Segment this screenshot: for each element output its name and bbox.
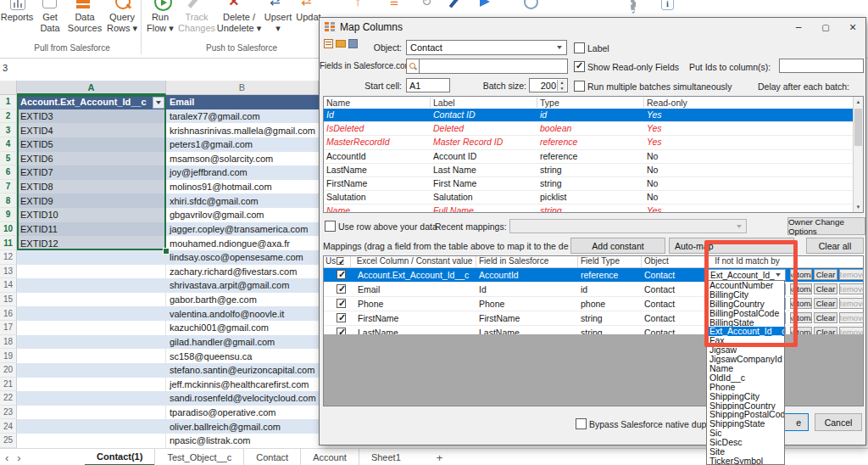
start-cell-input[interactable]: A1 [406,78,450,92]
row-number[interactable]: 9 [0,208,17,222]
cell-b[interactable]: mouhamed.ndiongue@axa.fr [166,236,319,250]
match-option[interactable]: Site [707,447,784,457]
use-row-checkbox[interactable] [337,284,346,294]
upload-icon[interactable]: ↑ [354,0,361,9]
row-number[interactable]: 18 [0,335,17,350]
settings-gear-icon[interactable] [631,0,636,12]
cell-b[interactable]: msamson@solarcity.com [166,152,319,166]
sheet-row[interactable]: 12 lindsay.osco@opensesame.com [0,250,319,265]
row-number[interactable]: 11 [0,236,17,250]
use-all-checkbox[interactable] [337,257,344,265]
cell-b[interactable]: tparadiso@operative.com [166,406,319,420]
cell-a[interactable] [17,293,166,307]
sheet-row[interactable]: 23 tparadiso@operative.com [0,406,319,420]
cell-a[interactable]: EXTID4 [17,123,166,137]
row-automap-button[interactable]: Automa [790,283,812,294]
cell-b[interactable]: shrivastava.arpit@gmail.com [166,278,319,293]
match-option[interactable]: Sic [707,429,784,438]
close-button[interactable]: × [840,19,865,36]
sheet-row[interactable]: 8 EXTID9 xhiri.sfdc@gmail.com [0,193,319,208]
row-number[interactable]: 24 [0,419,17,434]
run-multiple-checkbox[interactable] [574,81,585,92]
auto-map-button[interactable]: Auto-map [669,238,794,254]
match-option[interactable]: OldId__c [707,373,784,383]
cell-a[interactable] [17,363,166,378]
row-number[interactable]: 13 [0,265,17,279]
cell-b[interactable]: stefano.santin@eurizoncapital.com [166,363,319,378]
col-header-field-type[interactable]: Field Type [578,256,642,267]
cell-b[interactable]: joy@jeffbrand.com [166,165,319,180]
sheet-row[interactable]: 10 EXTID11 jagger.copley@transamerica.co… [0,222,319,237]
sheet-tab[interactable]: Contact [243,449,300,465]
add-constant-button[interactable]: Add constant [570,238,665,254]
row-number[interactable]: 17 [0,321,17,335]
fields-grid-scrollbar[interactable]: ▲ ▼ [853,97,863,212]
match-option[interactable]: ShippingState [707,419,784,429]
sheet-tab-active[interactable]: Contact(1) [85,449,154,465]
row-number[interactable]: 16 [0,306,17,321]
row-number[interactable]: 15 [0,293,17,307]
row-number[interactable]: 22 [0,391,17,406]
sheet-row[interactable]: 3 EXTID4 krishnasrinivas.mallela@gmail.c… [0,123,319,137]
delete-undelete-button[interactable]: Delete / Undelete ▾ [215,12,263,33]
prev-sheet-button[interactable]: ‹ [5,451,8,464]
row-number[interactable]: 21 [0,378,17,392]
cell-b[interactable]: taralex77@gmail.com [166,109,319,124]
match-option[interactable]: Jigsaw [707,345,784,355]
row-automap-button[interactable]: Automa [790,312,812,323]
column-header-a[interactable]: A [17,81,166,95]
sheet-tab[interactable]: Test_Object__c [154,449,243,465]
column-header-b[interactable]: B [166,81,319,95]
search-icon-button[interactable] [406,59,420,74]
cell-a[interactable]: EXTID5 [17,137,166,152]
table-header-a[interactable]: Account.Ext_Account_Id__c [17,95,166,109]
row-number[interactable]: 1 [0,95,17,109]
menu-lines-icon[interactable]: ≡ [390,0,398,11]
row-clear-button[interactable]: Clear [814,269,837,280]
table-header-row[interactable]: 1 Account.Ext_Account_Id__c Email [0,95,319,109]
cell-a[interactable]: EXTID11 [17,222,166,237]
stepper-arrows[interactable]: ▲▼ [557,80,566,91]
batch-size-stepper[interactable]: 200 ▲▼ [529,78,568,92]
row-number[interactable]: 20 [0,363,17,378]
col-header-label[interactable]: Label [431,98,537,108]
next-sheet-button[interactable]: › [17,451,20,464]
show-readonly-checkbox[interactable] [574,61,585,72]
match-option[interactable]: TickerSymbol [707,457,784,465]
match-option[interactable]: JigsawCompanyId [707,355,784,364]
col-header-readonly[interactable]: Read-only [644,98,854,108]
corner-select-all[interactable] [0,81,17,95]
match-option[interactable]: ShippingCity [707,392,784,401]
field-row[interactable]: LastName Last Name string No [324,164,853,177]
sheet-row[interactable]: 19 sc158@queensu.ca [0,349,319,363]
col-header-match-by[interactable]: If not Id match by [705,256,787,267]
cell-b[interactable]: jeff.mckinnis@healthcarefirst.com [166,378,319,392]
cell-a[interactable] [17,349,166,363]
cell-a[interactable] [17,278,166,293]
row-number[interactable]: 14 [0,278,17,293]
match-option[interactable]: Phone [707,383,784,392]
cell-b[interactable]: gbgavrilov@gmail.com [166,208,319,222]
run-flow-button[interactable]: Run Flow ▾ [144,12,176,33]
match-option[interactable]: BillingCountry [707,300,784,309]
cell-b[interactable]: lindsay.osco@opensesame.com [166,250,319,265]
sheet-row[interactable]: 2 EXTID3 taralex77@gmail.com [0,109,319,124]
match-by-combobox[interactable]: Ext_Account_Id_ [707,269,786,281]
sheet-row[interactable]: 11 EXTID12 mouhamed.ndiongue@axa.fr [0,236,319,250]
cell-b[interactable]: molinos91@hotmail.com [166,180,319,194]
cell-b[interactable]: oliver.ballreich@gmail.com [166,419,319,434]
recent-mappings-combobox[interactable] [509,219,747,233]
filter-dropdown-icon[interactable] [153,97,164,109]
cell-b[interactable]: jagger.copley@transamerica.com [166,222,319,237]
sheet-tab[interactable]: Sheet1 [359,449,413,465]
row-number[interactable]: 8 [0,193,17,208]
cell-a[interactable] [17,335,166,350]
data-sources-button[interactable]: Data Sources [64,12,105,33]
sheet-row[interactable]: 6 EXTID7 joy@jeffbrand.com [0,165,319,180]
match-option[interactable]: Fax [707,336,784,345]
wrench-icon[interactable] [449,0,460,8]
use-row-above-checkbox[interactable] [325,221,336,232]
cell-a[interactable] [17,378,166,392]
cell-a[interactable] [17,306,166,321]
row-number[interactable]: 25 [0,434,17,448]
